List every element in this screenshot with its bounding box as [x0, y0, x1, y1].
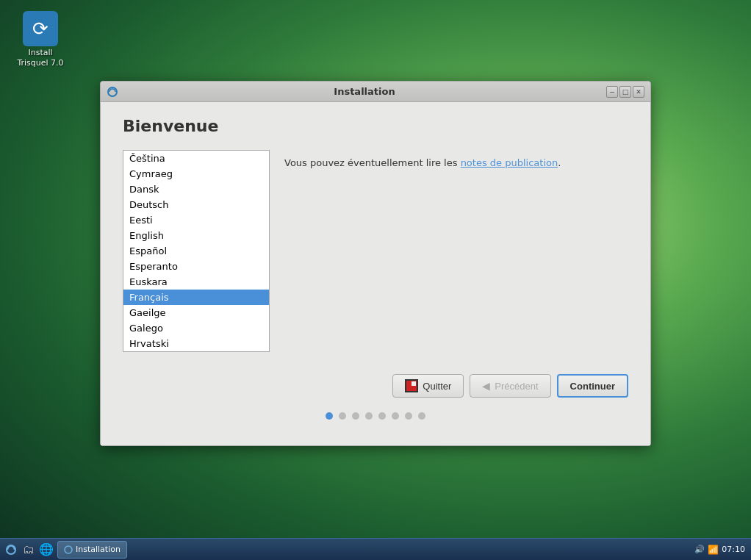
- progress-dot: [326, 412, 333, 420]
- language-item[interactable]: Hrvatski: [123, 336, 269, 351]
- taskbar-right: 🔊 📶 07:10: [694, 545, 748, 555]
- progress-dot: [378, 412, 386, 420]
- language-item[interactable]: Čeština: [123, 151, 269, 166]
- language-item[interactable]: Eesti: [123, 212, 269, 228]
- window-title: Installation: [123, 86, 606, 97]
- language-item[interactable]: Esperanto: [123, 259, 269, 274]
- continue-button[interactable]: Continuer: [557, 374, 628, 398]
- language-item[interactable]: Deutsch: [123, 197, 269, 212]
- window-body: Bienvenue BosanskiCatalàČeštinaCymraegDa…: [101, 102, 650, 445]
- window-titlebar: Installation − □ ✕: [101, 82, 650, 102]
- taskbar-left: 🗂 🌐: [3, 542, 54, 558]
- quit-button[interactable]: Quitter: [392, 374, 464, 398]
- progress-indicator: [123, 412, 628, 420]
- taskbar-browser-icon[interactable]: 🌐: [38, 542, 54, 558]
- language-item[interactable]: Español: [123, 243, 269, 259]
- language-item[interactable]: English: [123, 228, 269, 243]
- progress-dot: [418, 412, 425, 420]
- window-controls: − □ ✕: [606, 86, 644, 98]
- language-item[interactable]: Gaeilge: [123, 305, 269, 320]
- main-content-area: BosanskiCatalàČeštinaCymraegDanskDeutsch…: [123, 150, 628, 352]
- language-item[interactable]: Français: [123, 290, 269, 305]
- svg-point-2: [65, 546, 72, 553]
- maximize-button[interactable]: □: [619, 86, 631, 98]
- release-notes-text: Vous pouvez éventuellement lire les note…: [284, 157, 628, 168]
- right-panel: Vous pouvez éventuellement lire les note…: [284, 150, 628, 352]
- taskbar-time: 07:10: [722, 545, 745, 554]
- window-app-icon: [107, 86, 118, 98]
- progress-dot: [365, 412, 373, 420]
- taskbar: 🗂 🌐 Installation 🔊 📶 07:10: [0, 538, 751, 560]
- progress-dot: [405, 412, 412, 420]
- progress-dot: [352, 412, 359, 420]
- taskbar-menu-icon[interactable]: [3, 542, 19, 558]
- language-list-container: BosanskiCatalàČeštinaCymraegDanskDeutsch…: [123, 150, 270, 352]
- installation-window: Installation − □ ✕ Bienvenue BosanskiCat…: [100, 81, 651, 446]
- install-trisquel-icon[interactable]: ⟳ Install Trisquel 7.0: [11, 11, 70, 69]
- language-item[interactable]: Euskara: [123, 274, 269, 290]
- close-button[interactable]: ✕: [633, 86, 644, 98]
- language-item[interactable]: Dansk: [123, 182, 269, 197]
- quit-icon: [405, 379, 418, 392]
- page-title: Bienvenue: [123, 117, 628, 135]
- language-list[interactable]: BosanskiCatalàČeštinaCymraegDanskDeutsch…: [123, 150, 270, 352]
- minimize-button[interactable]: −: [606, 86, 618, 98]
- taskbar-installation-button[interactable]: Installation: [57, 541, 127, 559]
- language-item[interactable]: Cymraeg: [123, 166, 269, 182]
- language-item[interactable]: Galego: [123, 320, 269, 336]
- button-row: Quitter ◀ Précédent Continuer: [123, 374, 628, 398]
- taskbar-files-icon[interactable]: 🗂: [21, 542, 37, 558]
- progress-dot: [392, 412, 399, 420]
- network-icon[interactable]: 📶: [708, 545, 719, 555]
- desktop: ⟳ Install Trisquel 7.0 Installation − □ …: [0, 0, 751, 560]
- install-icon-image: ⟳: [23, 11, 58, 46]
- back-arrow-icon: ◀: [482, 380, 490, 392]
- progress-dot: [339, 412, 346, 420]
- back-button[interactable]: ◀ Précédent: [470, 374, 550, 398]
- volume-icon[interactable]: 🔊: [694, 545, 705, 554]
- install-icon-label: Install Trisquel 7.0: [11, 48, 70, 69]
- release-notes-link[interactable]: notes de publication: [461, 157, 558, 168]
- taskbar-apps: Installation: [57, 541, 127, 559]
